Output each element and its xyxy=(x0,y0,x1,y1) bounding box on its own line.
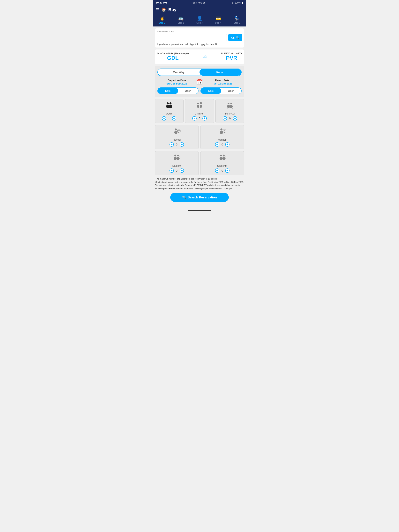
step-5[interactable]: 💺 Step 5 xyxy=(228,16,246,24)
children-counter: − 0 + xyxy=(192,116,207,120)
student-decrement-button[interactable]: − xyxy=(169,168,174,173)
studentplus-counter: − 0 + xyxy=(215,168,230,173)
teacher-count: 0 xyxy=(175,143,178,146)
step-1[interactable]: ☝️ Step 1 xyxy=(153,16,171,24)
inapam-icon xyxy=(225,101,234,111)
teacherplus-decrement-button[interactable]: − xyxy=(215,142,219,147)
wifi-icon: ▲ xyxy=(231,1,233,4)
promo-hint: If you have a promotional code, type it … xyxy=(157,43,242,45)
teacherplus-count: 0 xyxy=(221,143,224,146)
step2-label: Step 2 xyxy=(178,22,184,24)
one-way-button[interactable]: One Way xyxy=(158,69,200,76)
svg-point-1 xyxy=(166,105,169,108)
inapam-increment-button[interactable]: + xyxy=(233,116,237,120)
menu-icon[interactable]: ☰ xyxy=(156,7,159,12)
svg-point-0 xyxy=(167,102,169,104)
svg-point-14 xyxy=(230,105,233,108)
destination-station: PUERTO VALLARTA PVR xyxy=(221,52,242,61)
return-date-info: Return Date Tue, 02 Mar 2021 xyxy=(203,79,242,85)
destination-city-name: PUERTO VALLARTA xyxy=(221,52,242,55)
svg-point-38 xyxy=(223,155,225,157)
promo-input[interactable] xyxy=(157,34,227,41)
step3-icon: 👤 xyxy=(197,16,202,21)
children-increment-button[interactable]: + xyxy=(202,116,207,120)
student-card: Student − 0 + xyxy=(155,151,199,175)
promo-label: Promotional Code xyxy=(157,30,242,33)
student-icon xyxy=(172,154,181,163)
return-date-value: Tue, 02 Mar 2021 xyxy=(203,82,242,85)
studentplus-decrement-button[interactable]: − xyxy=(215,168,219,173)
teacher-counter: − 0 + xyxy=(169,142,184,147)
studentplus-icon xyxy=(218,154,227,163)
swap-route-icon[interactable]: ⇄ xyxy=(203,54,207,59)
svg-point-31 xyxy=(174,155,176,157)
departure-date-label: Departure Date xyxy=(157,79,196,82)
svg-point-10 xyxy=(228,103,230,104)
teacherplus-icon xyxy=(218,127,227,137)
step-4[interactable]: 💳 Step 4 xyxy=(209,16,228,24)
studentplus-count: 0 xyxy=(221,169,224,172)
svg-rect-9 xyxy=(200,102,202,103)
teacherplus-label: Teacher+ xyxy=(217,138,228,141)
svg-point-18 xyxy=(174,131,178,134)
inapam-count: 0 xyxy=(229,117,231,120)
svg-point-32 xyxy=(174,157,177,160)
departure-open-button[interactable]: Open xyxy=(178,88,198,94)
adult-increment-button[interactable]: + xyxy=(172,116,176,120)
step-2[interactable]: 🚌 Step 2 xyxy=(171,16,190,24)
children-count: 0 xyxy=(198,117,201,120)
departure-date-button[interactable]: Date xyxy=(158,88,178,94)
step1-label: Step 1 xyxy=(159,22,165,24)
return-date-toggle: Date Open xyxy=(200,88,242,94)
adult-label: Adult xyxy=(166,112,172,115)
step4-label: Step 4 xyxy=(215,22,221,24)
promo-ok-button[interactable]: OK 🔍 xyxy=(228,34,242,41)
calendar-icon[interactable]: 📅 xyxy=(196,79,203,85)
teacher-decrement-button[interactable]: − xyxy=(169,142,174,147)
studentplus-increment-button[interactable]: + xyxy=(225,168,230,173)
children-decrement-button[interactable]: − xyxy=(192,116,197,120)
inapam-card: INAPAM − 0 + xyxy=(215,99,244,123)
teacher-icon xyxy=(172,127,181,137)
notes-line1: •The maximun number of passengers per re… xyxy=(155,177,244,181)
student-increment-button[interactable]: + xyxy=(180,168,184,173)
teacherplus-increment-button[interactable]: + xyxy=(225,142,230,147)
return-open-button[interactable]: Open xyxy=(221,88,241,94)
svg-point-7 xyxy=(200,105,202,108)
svg-point-5 xyxy=(197,105,199,108)
trip-options-card: One Way Round Departure Date Sun, 28 Feb… xyxy=(155,66,244,97)
promo-ok-label: OK xyxy=(231,36,235,39)
svg-point-33 xyxy=(177,155,179,157)
route-card: GUADALAJARA (Tlaquepaque) GDL ⇄ PUERTO V… xyxy=(155,50,244,64)
battery-icon: 100% xyxy=(235,1,241,4)
passengers-row1: Adult − 1 + Children xyxy=(155,99,244,123)
status-bar: 10:20 PM Sun Feb 28 ▲ 100% ▮ xyxy=(153,0,246,5)
departure-date-info: Departure Date Sun, 28 Feb 2021 xyxy=(157,79,196,85)
status-time: 10:20 PM xyxy=(156,1,167,4)
student-counter: − 0 + xyxy=(169,168,184,173)
inapam-decrement-button[interactable]: − xyxy=(223,116,227,120)
round-button[interactable]: Round xyxy=(200,69,241,76)
svg-point-36 xyxy=(220,155,222,157)
origin-city-code: GDL xyxy=(157,55,189,61)
adult-decrement-button[interactable]: − xyxy=(162,116,166,120)
search-label: Search Reservation xyxy=(188,196,217,199)
promo-search-icon: 🔍 xyxy=(236,36,239,39)
teacher-increment-button[interactable]: + xyxy=(180,142,184,147)
dates-row: Date Open Date Open xyxy=(157,88,242,94)
studentplus-card: Student+ − 0 + xyxy=(200,151,244,175)
return-date-button[interactable]: Date xyxy=(201,88,221,94)
notes-section: •The maximun number of passengers per re… xyxy=(155,177,244,190)
svg-point-4 xyxy=(197,103,199,104)
promo-input-row: OK 🔍 xyxy=(157,34,242,41)
children-icon xyxy=(195,101,204,111)
adult-card: Adult − 1 + xyxy=(155,99,184,123)
home-icon[interactable]: 🏠 xyxy=(162,8,166,12)
step-3[interactable]: 👤 Step 3 xyxy=(190,16,209,24)
svg-point-25 xyxy=(220,131,223,134)
bottom-indicator xyxy=(153,208,246,213)
svg-point-11 xyxy=(227,105,230,108)
search-reservation-button[interactable]: 🔍 Search Reservation xyxy=(170,193,229,202)
step4-icon: 💳 xyxy=(216,16,221,21)
svg-point-3 xyxy=(169,105,172,108)
